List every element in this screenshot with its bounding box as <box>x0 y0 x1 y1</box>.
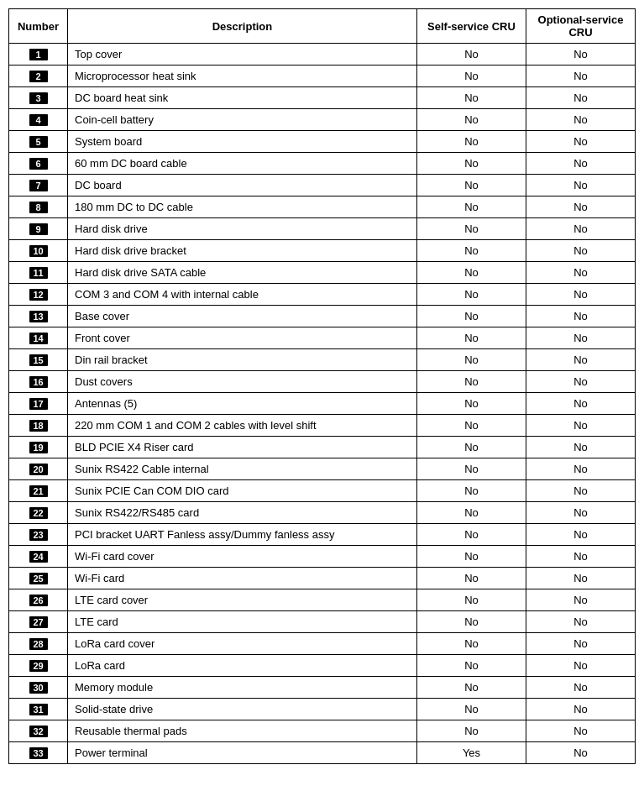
number-badge: 20 <box>29 464 48 475</box>
row-description: Solid-state drive <box>68 699 417 720</box>
row-description: LTE card cover <box>68 589 417 611</box>
row-description: Dust covers <box>68 371 417 393</box>
row-description: DC board heat sink <box>68 87 417 109</box>
table-row: 15Din rail bracketNoNo <box>9 349 636 371</box>
table-row: 30Memory moduleNoNo <box>9 677 636 699</box>
row-self-service: Yes <box>417 742 526 764</box>
row-self-service: No <box>417 677 526 699</box>
table-row: 13Base coverNoNo <box>9 306 636 327</box>
row-number: 32 <box>9 720 68 742</box>
number-badge: 25 <box>29 573 48 584</box>
row-self-service: No <box>417 437 526 458</box>
row-self-service: No <box>417 218 526 240</box>
row-self-service: No <box>417 240 526 262</box>
row-optional-service: No <box>526 371 636 393</box>
number-badge: 26 <box>29 595 48 606</box>
row-number: 29 <box>9 655 68 677</box>
row-self-service: No <box>417 349 526 371</box>
table-row: 26LTE card coverNoNo <box>9 589 636 611</box>
row-self-service: No <box>417 109 526 131</box>
table-row: 3DC board heat sinkNoNo <box>9 87 636 109</box>
row-optional-service: No <box>526 327 636 349</box>
number-badge: 14 <box>29 333 48 344</box>
row-number: 10 <box>9 240 68 262</box>
table-row: 20Sunix RS422 Cable internalNoNo <box>9 458 636 480</box>
table-row: 19BLD PCIE X4 Riser cardNoNo <box>9 437 636 458</box>
row-self-service: No <box>417 44 526 65</box>
row-optional-service: No <box>526 153 636 175</box>
table-row: 7DC boardNoNo <box>9 175 636 196</box>
row-self-service: No <box>417 284 526 306</box>
table-row: 18220 mm COM 1 and COM 2 cables with lev… <box>9 415 636 437</box>
number-badge: 32 <box>29 726 48 737</box>
row-optional-service: No <box>526 131 636 153</box>
row-optional-service: No <box>526 677 636 699</box>
number-badge: 23 <box>29 529 48 541</box>
row-description: COM 3 and COM 4 with internal cable <box>68 284 417 306</box>
row-self-service: No <box>417 699 526 720</box>
row-description: Microprocessor heat sink <box>68 65 417 87</box>
row-description: LoRa card cover <box>68 633 417 655</box>
row-description: Power terminal <box>68 742 417 764</box>
number-badge: 11 <box>29 267 48 279</box>
row-number: 9 <box>9 218 68 240</box>
row-number: 31 <box>9 699 68 720</box>
table-row: 16Dust coversNoNo <box>9 371 636 393</box>
row-optional-service: No <box>526 109 636 131</box>
row-optional-service: No <box>526 306 636 327</box>
table-row: 12COM 3 and COM 4 with internal cableNoN… <box>9 284 636 306</box>
row-optional-service: No <box>526 699 636 720</box>
row-description: Antennas (5) <box>68 393 417 415</box>
row-number: 22 <box>9 502 68 524</box>
row-optional-service: No <box>526 458 636 480</box>
row-number: 1 <box>9 44 68 65</box>
row-number: 21 <box>9 480 68 502</box>
row-description: Memory module <box>68 677 417 699</box>
number-badge: 30 <box>29 682 48 694</box>
row-self-service: No <box>417 371 526 393</box>
table-row: 1Top coverNoNo <box>9 44 636 65</box>
table-row: 31Solid-state driveNoNo <box>9 699 636 720</box>
row-optional-service: No <box>526 524 636 546</box>
row-number: 23 <box>9 524 68 546</box>
row-number: 12 <box>9 284 68 306</box>
number-badge: 10 <box>29 245 48 257</box>
row-description: Coin-cell battery <box>68 109 417 131</box>
row-optional-service: No <box>526 589 636 611</box>
row-self-service: No <box>417 458 526 480</box>
number-badge: 6 <box>29 158 48 170</box>
table-row: 8180 mm DC to DC cableNoNo <box>9 196 636 218</box>
number-badge: 33 <box>29 747 48 759</box>
number-badge: 12 <box>29 289 48 301</box>
row-description: LoRa card <box>68 655 417 677</box>
number-badge: 21 <box>29 485 48 497</box>
row-description: Din rail bracket <box>68 349 417 371</box>
row-self-service: No <box>417 87 526 109</box>
number-badge: 28 <box>29 638 48 650</box>
table-row: 21Sunix PCIE Can COM DIO cardNoNo <box>9 480 636 502</box>
table-row: 10Hard disk drive bracketNoNo <box>9 240 636 262</box>
row-number: 13 <box>9 306 68 327</box>
row-optional-service: No <box>526 196 636 218</box>
row-optional-service: No <box>526 611 636 633</box>
row-optional-service: No <box>526 393 636 415</box>
row-optional-service: No <box>526 568 636 589</box>
row-optional-service: No <box>526 262 636 284</box>
row-description: Base cover <box>68 306 417 327</box>
row-description: Wi-Fi card cover <box>68 546 417 568</box>
row-number: 28 <box>9 633 68 655</box>
table-row: 22Sunix RS422/RS485 cardNoNo <box>9 502 636 524</box>
row-self-service: No <box>417 306 526 327</box>
row-optional-service: No <box>526 240 636 262</box>
row-number: 14 <box>9 327 68 349</box>
row-description: Reusable thermal pads <box>68 720 417 742</box>
row-self-service: No <box>417 262 526 284</box>
row-description: Hard disk drive SATA cable <box>68 262 417 284</box>
number-badge: 5 <box>29 136 48 148</box>
row-number: 19 <box>9 437 68 458</box>
row-number: 15 <box>9 349 68 371</box>
row-description: Hard disk drive <box>68 218 417 240</box>
table-row: 29LoRa cardNoNo <box>9 655 636 677</box>
row-self-service: No <box>417 327 526 349</box>
row-description: 220 mm COM 1 and COM 2 cables with level… <box>68 415 417 437</box>
